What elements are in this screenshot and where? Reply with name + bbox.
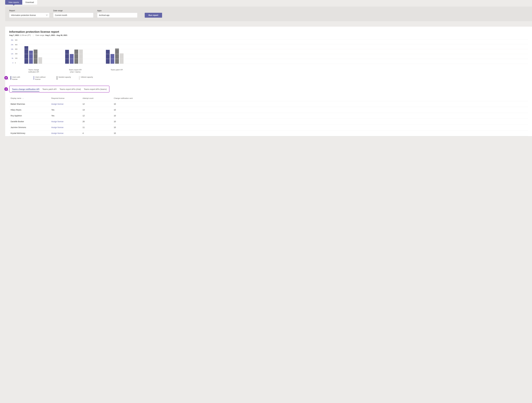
assign-license-link[interactable]: Assign license — [51, 103, 82, 105]
cell-attempt-count: 4 — [82, 132, 114, 134]
meta-separator: | — [33, 34, 33, 36]
cell-required-license: Yes — [51, 115, 82, 117]
table-row[interactable]: Hilary ReyesYes1310 — [9, 107, 528, 113]
axis-tick: 300 — [15, 48, 18, 50]
apps-label: Apps — [97, 10, 137, 12]
axis-tick: 0 — [15, 62, 18, 64]
legend-swatch-icon — [34, 76, 34, 80]
tab-view-reports[interactable]: View reports — [5, 0, 22, 5]
axis-tick: 100 — [15, 58, 18, 59]
table-row[interactable]: Babak ShammasAssign license1210 — [9, 101, 528, 107]
cell-attempt-count: 12 — [82, 103, 114, 105]
chart-category-labels: Teams change notification APITeams expor… — [25, 69, 528, 73]
api-tabs: Teams change notification APITeams patch… — [9, 86, 109, 92]
cell-change-notification-sent: 10 — [114, 109, 526, 111]
col-label: Display name — [11, 97, 21, 99]
axis-tick: 18k — [9, 48, 13, 50]
sort-down-icon: ↓ — [23, 97, 24, 99]
cell-display-name: Babak Shammas — [11, 103, 51, 105]
assign-license-link[interactable]: Assign license — [51, 121, 82, 123]
chart-bar — [115, 48, 119, 64]
api-tab[interactable]: Teams export APIs (chat) — [60, 88, 81, 90]
report-select[interactable]: Information protection license — [9, 13, 49, 18]
legend-label: Utilized capacity — [81, 76, 93, 80]
table-row[interactable]: Danielle BookerAssign license2010 — [9, 119, 528, 125]
report-select-value: Information protection license — [11, 14, 36, 16]
chart-bar-group — [65, 39, 83, 64]
legend-swatch-icon — [11, 76, 11, 80]
cell-change-notification-sent: 10 — [114, 115, 526, 117]
api-tab[interactable]: Teams export APIs (teams) — [84, 88, 107, 90]
license-chart: 30k24k18k12k6k0 5004003002001000 Teams c… — [9, 39, 528, 73]
cell-attempt-count: 13 — [82, 109, 114, 111]
chart-grid — [19, 39, 528, 64]
legend-swatch-icon — [79, 76, 80, 80]
chart-bar — [34, 50, 38, 64]
run-report-button[interactable]: Run report — [145, 13, 162, 18]
chart-left-axis: 30k24k18k12k6k0 — [9, 39, 14, 64]
table-row[interactable]: Krystal McKinneyAssign license410 — [9, 130, 528, 136]
api-tabs-container: 9 Teams change notification APITeams pat… — [9, 86, 528, 92]
chart-bar — [106, 50, 110, 64]
cell-change-notification-sent: 10 — [114, 126, 526, 128]
report-title: Information protection license report — [9, 30, 528, 33]
callout-badge-8: 8 — [4, 76, 8, 80]
axis-tick: 6k — [9, 58, 13, 59]
axis-tick: 30k — [9, 39, 13, 41]
callout-badge-9: 9 — [4, 87, 8, 91]
chart-legend: 8 Users with license Users without licen… — [9, 76, 528, 81]
chart-bar — [38, 57, 42, 64]
date-range-select[interactable]: Current month — [53, 13, 93, 18]
chart-bar-group — [106, 39, 124, 64]
chart-category-label: Teams export API(chat + teams) — [66, 69, 84, 73]
legend-label: Users with license — [12, 76, 25, 81]
col-display-name[interactable]: Display name ↓ — [11, 97, 51, 99]
axis-tick: 500 — [15, 39, 18, 41]
top-tab-bar: View reports Download — [5, 0, 37, 5]
legend-seeded-capacity: Seeded capacity — [57, 76, 71, 80]
table-row[interactable]: Jazmine SimmonsAssign license1110 — [9, 125, 528, 130]
chart-bar — [29, 51, 33, 64]
col-required-license[interactable]: Required license — [51, 97, 82, 99]
legend-users-with-license: Users with license — [11, 76, 25, 81]
date-range-value-text: Aug 1, 2021 - Aug 30, 2021 — [45, 34, 67, 36]
legend-users-without-license: Users without license — [34, 76, 49, 81]
cell-attempt-count: 20 — [82, 121, 114, 123]
gridline — [19, 39, 528, 39]
axis-tick: 400 — [15, 44, 18, 45]
report-card: Information protection license report Au… — [5, 27, 532, 136]
cell-required-license: Yes — [51, 109, 82, 111]
apps-select[interactable]: Archival app — [97, 13, 137, 18]
report-label: Report — [9, 10, 49, 12]
table-header-row: Display name ↓ Required license Attempt … — [9, 96, 528, 101]
col-attempt-count[interactable]: Attempt count — [82, 97, 114, 99]
cell-display-name: Jazmine Simmons — [11, 126, 51, 128]
tab-download[interactable]: Download — [22, 0, 37, 5]
axis-tick: 24k — [9, 44, 13, 45]
axis-tick: 0 — [9, 62, 13, 64]
chart-bar — [65, 50, 69, 64]
assign-license-link[interactable]: Assign license — [51, 126, 82, 128]
report-config-panel: Report Information protection license Da… — [5, 6, 532, 21]
chart-bar — [25, 46, 28, 64]
date-range-value: Current month — [55, 14, 67, 16]
chart-bar — [74, 50, 78, 64]
chart-category-label: Teams change notification API — [25, 69, 43, 73]
assign-license-link[interactable]: Assign license — [51, 132, 82, 134]
cell-change-notification-sent: 10 — [114, 132, 526, 134]
cell-attempt-count: 12 — [82, 115, 114, 117]
cell-display-name: Danielle Booker — [11, 121, 51, 123]
legend-utilized-capacity: Utilized capacity — [79, 76, 93, 80]
axis-tick: 200 — [15, 53, 18, 55]
axis-tick: 12k — [9, 53, 13, 55]
gridline — [19, 44, 528, 44]
report-meta: Aug 7, 2021 11:59 am (PT) | Date range: … — [9, 34, 528, 36]
report-timestamp-time: 11:59 am (PT) — [19, 34, 31, 36]
api-tab[interactable]: Teams patch API — [42, 88, 57, 90]
date-range-label: Date range — [53, 10, 93, 12]
api-tab[interactable]: Teams change notification API — [12, 88, 39, 91]
table-row[interactable]: Roy AppletonYes1210 — [9, 113, 528, 119]
chart-bar — [79, 50, 83, 64]
col-change-notification-sent[interactable]: Change notification sent — [114, 97, 526, 99]
gridline — [19, 54, 528, 54]
